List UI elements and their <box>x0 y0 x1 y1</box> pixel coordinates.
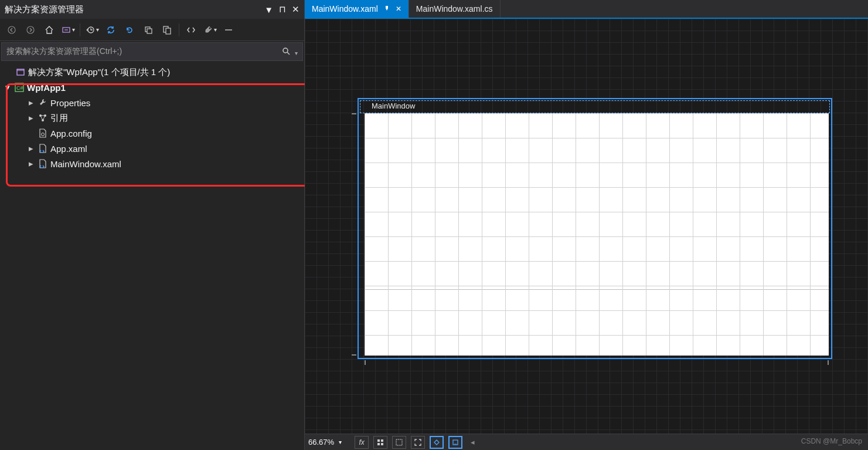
chevron-down-icon: ▾ <box>96 26 99 33</box>
search-placeholder-text: 搜索解决方案资源管理器(Ctrl+;) <box>6 46 122 57</box>
chevron-down-icon[interactable]: ▾ <box>339 439 342 445</box>
xaml-file-icon <box>38 143 48 154</box>
chevron-down-icon: ▾ <box>214 26 217 33</box>
config-file-icon <box>38 128 48 138</box>
ruler-mark <box>352 354 356 356</box>
tree-item-appconfig[interactable]: App.config <box>0 126 304 141</box>
expand-arrow-icon[interactable]: ▸ <box>27 113 35 123</box>
close-icon[interactable]: ✕ <box>292 4 299 15</box>
tree-item-properties[interactable]: ▸ Properties <box>0 95 304 110</box>
svg-rect-23 <box>396 439 402 445</box>
xaml-file-icon <box>38 158 48 169</box>
svg-point-1 <box>27 26 34 33</box>
references-icon <box>38 113 48 123</box>
wrench-button[interactable] <box>220 22 237 38</box>
xaml-designer[interactable]: MainWindow <box>305 19 868 434</box>
search-icon: ▾ <box>282 47 298 57</box>
panel-toolbar: ▾ ▾ ▾ <box>0 19 304 41</box>
pin-icon[interactable] <box>384 5 390 13</box>
panel-titlebar: 解决方案资源管理器 ▼ ⊓ ✕ <box>0 0 304 19</box>
zoom-level[interactable]: 66.67% <box>308 438 334 446</box>
tab-label: MainWindow.xaml <box>312 4 378 13</box>
close-icon[interactable]: ✕ <box>396 5 401 13</box>
tree-project-label: WpfApp1 <box>27 83 66 93</box>
toggle-artboard-button[interactable] <box>430 436 444 449</box>
csharp-project-icon: C# <box>14 82 25 93</box>
designer-window-frame[interactable]: MainWindow <box>358 98 832 359</box>
svg-rect-21 <box>377 443 380 445</box>
nav-back-button[interactable] <box>4 22 20 38</box>
tab-mainwindow-xaml-cs[interactable]: MainWindow.xaml.cs <box>409 0 501 18</box>
tree-item-label: MainWindow.xaml <box>50 159 121 169</box>
tree-item-references[interactable]: ▸ 引用 <box>0 110 304 126</box>
tree-project-node[interactable]: ▾ C# WpfApp1 <box>0 80 304 95</box>
expand-arrow-icon[interactable]: ▾ <box>4 82 12 93</box>
toolbar-separator <box>179 23 179 36</box>
svg-rect-12 <box>17 69 24 71</box>
chevron-down-icon: ▾ <box>72 26 75 33</box>
tree-solution-node[interactable]: 解决方案"WpfApp"(1 个项目/共 1 个) <box>0 65 304 80</box>
svg-rect-9 <box>225 29 232 31</box>
expand-arrow-icon[interactable]: ▸ <box>27 143 35 154</box>
tree-item-appxaml[interactable]: ▸ App.xaml <box>0 141 304 156</box>
toolbar-separator <box>80 23 80 36</box>
designer-statusbar: 66.67% ▾ fx ◂ <box>305 434 868 450</box>
svg-point-18 <box>42 133 45 136</box>
tree-item-label: App.xaml <box>50 144 87 154</box>
sync-button[interactable] <box>103 22 119 38</box>
fit-selection-button[interactable] <box>411 436 425 449</box>
refresh-button[interactable] <box>121 22 138 38</box>
document-tabs: MainWindow.xaml ✕ MainWindow.xaml.cs <box>305 0 868 19</box>
expand-arrow-icon[interactable]: ▸ <box>27 158 35 169</box>
solution-tree: 解决方案"WpfApp"(1 个项目/共 1 个) ▾ C# WpfApp1 ▸… <box>0 62 304 450</box>
svg-rect-20 <box>381 439 383 442</box>
tree-item-mainwindow[interactable]: ▸ MainWindow.xaml <box>0 156 304 171</box>
svg-point-0 <box>8 26 15 33</box>
tree-item-label: 引用 <box>50 113 68 124</box>
tab-mainwindow-xaml[interactable]: MainWindow.xaml ✕ <box>305 0 409 18</box>
designer-window-titlebar: MainWindow <box>359 99 831 112</box>
ruler-mark <box>828 360 829 365</box>
tree-item-label: Properties <box>50 98 90 108</box>
panel-title-text: 解决方案资源管理器 <box>5 4 84 15</box>
toggle-code-button[interactable] <box>448 436 462 449</box>
designer-window-canvas[interactable] <box>365 113 829 356</box>
collapse-all-button[interactable] <box>140 22 156 38</box>
history-button[interactable]: ▾ <box>84 22 100 38</box>
solution-switch-button[interactable]: ▾ <box>60 22 76 38</box>
ruler-mark <box>365 360 366 365</box>
code-view-button[interactable] <box>183 22 199 38</box>
pin-icon[interactable]: ⊓ <box>279 4 286 15</box>
snap-lines-button[interactable] <box>392 436 406 449</box>
designer-window-title: MainWindow <box>372 101 415 110</box>
wrench-icon <box>38 97 48 108</box>
solution-icon <box>15 67 26 77</box>
search-input[interactable]: 搜索解决方案资源管理器(Ctrl+;) ▾ <box>1 42 303 61</box>
watermark-text: CSDN @Mr_Bobcp <box>801 437 862 445</box>
svg-rect-22 <box>381 443 383 445</box>
svg-rect-19 <box>377 439 380 442</box>
solution-explorer-panel: 解决方案资源管理器 ▼ ⊓ ✕ ▾ ▾ <box>0 0 305 450</box>
scroll-left-icon[interactable]: ◂ <box>471 438 475 446</box>
svg-text:C#: C# <box>16 85 23 91</box>
ruler-mark <box>352 113 356 114</box>
nav-forward-button[interactable] <box>22 22 39 38</box>
show-all-files-button[interactable] <box>159 22 175 38</box>
tree-item-label: App.config <box>50 128 92 138</box>
svg-point-10 <box>283 48 288 53</box>
effects-button[interactable]: fx <box>355 436 369 449</box>
properties-button[interactable]: ▾ <box>202 22 218 38</box>
home-button[interactable] <box>41 22 57 38</box>
expand-arrow-icon[interactable]: ▸ <box>27 97 35 108</box>
svg-rect-5 <box>147 29 152 33</box>
editor-area: MainWindow.xaml ✕ MainWindow.xaml.cs Mai… <box>305 0 868 450</box>
tab-label: MainWindow.xaml.cs <box>416 4 493 13</box>
svg-rect-7 <box>166 28 171 34</box>
dropdown-icon[interactable]: ▼ <box>264 5 273 15</box>
tree-solution-label: 解决方案"WpfApp"(1 个项目/共 1 个) <box>28 67 170 78</box>
svg-point-8 <box>209 27 210 29</box>
grid-snap-button[interactable] <box>373 436 387 449</box>
